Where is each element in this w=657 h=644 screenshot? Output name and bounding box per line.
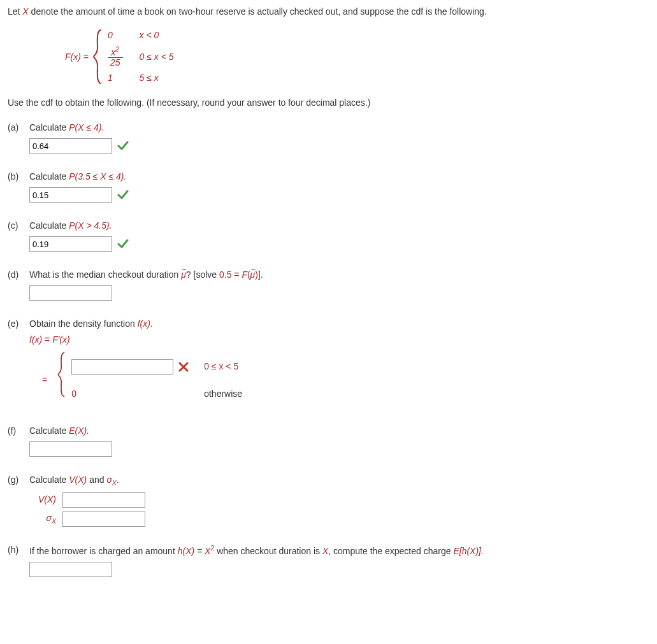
instruction-text: Use the cdf to obtain the following. (If… [8,96,649,110]
part-f-input[interactable] [29,441,112,457]
part-h-label: (h) [8,543,29,557]
piecewise-grid: 0 x < 0 x2 25 0 ≤ x < 5 1 5 ≤ x [108,29,174,85]
part-d-mid: ? [solve [186,269,219,280]
part-e-line2-lhs: f(x) [29,334,42,345]
part-h-input[interactable] [29,562,112,577]
part-e: (e) Obtain the density function f(x). f(… [8,317,649,408]
part-e-fx: f(x). [138,318,153,329]
part-g-prompt-pre: Calculate [29,475,69,485]
part-a-prompt-pre: Calculate [29,122,69,132]
part-d-prompt-pre: What is the median checkout duration [29,269,181,280]
piece-row3-val: 1 [108,71,123,85]
check-icon [117,140,129,152]
part-g-vx-input[interactable] [62,492,145,508]
piece-row3-cond: 5 ≤ x [140,71,174,85]
part-b-label: (b) [8,170,29,183]
part-h-EhX: E[h(X)]. [453,546,483,556]
check-icon [117,238,129,250]
density-zero: 0 [71,387,189,401]
part-h-prompt-pre: If the borrower is charged an amount [29,546,178,556]
part-f-math: E(X). [69,426,89,436]
part-g: (g) Calculate V(X) and σX. V(X) σX [8,473,649,527]
part-b-prompt-math: P(3.5 ≤ X ≤ 4). [69,171,126,182]
piece-row1-val: 0 [108,29,123,42]
part-h: (h) If the borrower is charged an amount… [8,543,649,577]
part-d-F: F [242,269,247,280]
left-brace [92,29,104,85]
part-a: (a) Calculate P(X ≤ 4). [8,121,649,154]
part-c-input[interactable] [29,236,112,252]
vx-label: V(X) [29,493,56,506]
part-d-input[interactable] [29,285,112,301]
part-g-label: (g) [8,473,29,487]
part-d-end: )]. [255,269,263,280]
formula-F: F [65,52,71,62]
part-a-label: (a) [8,121,29,134]
sigmax-label: σX [29,512,56,527]
x-icon [178,362,189,372]
intro-text: Let [8,6,22,17]
part-f: (f) Calculate E(X). [8,424,649,457]
part-h-hx: h(X) = X [178,546,211,556]
part-d-eq: 0.5 = [219,269,242,280]
piece-row2-val: x2 25 [108,46,123,68]
part-g-sigma: σ [106,475,112,485]
part-f-prompt-pre: Calculate [29,426,69,436]
part-h-X: X [322,546,328,556]
part-c-prompt-pre: Calculate [29,220,69,231]
part-e-input[interactable] [71,359,173,375]
part-d-label: (d) [8,268,29,282]
part-b-input[interactable] [29,187,112,203]
part-d: (d) What is the median checkout duration… [8,268,649,301]
problem-intro: Let X denote the amount of time a book o… [8,5,649,18]
part-c: (c) Calculate P(X > 4.5). [8,219,649,252]
part-h-mid: when checkout duration is [214,546,322,556]
density-cond1: 0 ≤ x < 5 [204,360,242,373]
part-g-sub: X [112,479,117,487]
part-f-label: (f) [8,424,29,438]
intro-var: X [22,6,28,17]
piece-row1-cond: x < 0 [140,29,174,42]
left-brace-e [56,352,68,408]
part-e-prompt-pre: Obtain the density function [29,318,138,329]
part-b: (b) Calculate P(3.5 ≤ X ≤ 4). [8,170,649,203]
formula-lhs: F(x) = [65,50,89,64]
part-h-rest: , compute the expected charge [328,546,453,556]
part-e-line2-eq: = [42,334,52,345]
piece-row2-cond: 0 ≤ x < 5 [140,50,174,64]
intro-rest: denote the amount of time a book on two-… [29,6,487,17]
part-g-sx-input[interactable] [62,512,145,527]
density-eq: = [42,373,47,387]
part-g-VX: V(X) [69,475,87,485]
part-a-prompt-math: P(X ≤ 4). [69,122,104,132]
mu-tilde-2: μ [250,268,256,282]
part-b-prompt-pre: Calculate [29,171,69,182]
part-g-end: . [117,475,119,485]
part-a-input[interactable] [29,138,112,154]
part-g-mid: and [87,475,106,485]
formula-x: x [73,52,78,62]
density-cond2: otherwise [204,387,242,401]
cdf-formula: F(x) = 0 x < 0 x2 25 0 ≤ x < 5 1 5 ≤ x [65,29,649,85]
check-icon [117,189,129,201]
part-c-label: (c) [8,219,29,233]
part-e-line2-rhs: F′(x) [52,334,70,345]
mu-tilde: μ [181,268,186,282]
part-e-label: (e) [8,317,29,331]
part-c-prompt-math: P(X > 4.5). [69,220,112,231]
